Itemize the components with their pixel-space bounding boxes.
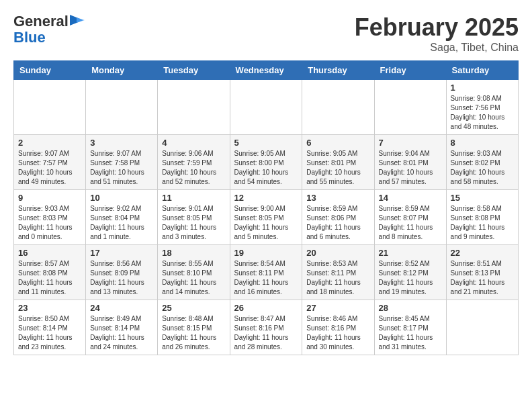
calendar-cell: 27Sunrise: 8:46 AM Sunset: 8:16 PM Dayli… (302, 300, 374, 355)
day-number: 12 (234, 193, 298, 203)
location: Saga, Tibet, China (355, 42, 519, 54)
calendar-cell: 26Sunrise: 8:47 AM Sunset: 8:16 PM Dayli… (230, 300, 302, 355)
day-info: Sunrise: 9:05 AM Sunset: 8:00 PM Dayligh… (234, 149, 298, 187)
calendar-cell: 3Sunrise: 9:07 AM Sunset: 7:58 PM Daylig… (86, 135, 158, 190)
calendar-header-monday: Monday (86, 61, 158, 80)
day-info: Sunrise: 8:48 AM Sunset: 8:15 PM Dayligh… (162, 314, 225, 352)
day-info: Sunrise: 9:04 AM Sunset: 8:01 PM Dayligh… (379, 149, 442, 187)
calendar-cell (158, 80, 230, 135)
day-info: Sunrise: 8:59 AM Sunset: 8:07 PM Dayligh… (379, 204, 442, 242)
calendar-cell: 23Sunrise: 8:50 AM Sunset: 8:14 PM Dayli… (14, 300, 86, 355)
day-info: Sunrise: 8:57 AM Sunset: 8:08 PM Dayligh… (18, 259, 81, 297)
calendar-cell: 5Sunrise: 9:05 AM Sunset: 8:00 PM Daylig… (230, 135, 302, 190)
logo-blue: Blue (13, 29, 46, 46)
day-number: 15 (451, 193, 514, 203)
calendar-header-sunday: Sunday (14, 61, 86, 80)
day-info: Sunrise: 8:59 AM Sunset: 8:06 PM Dayligh… (306, 204, 369, 242)
day-number: 7 (379, 138, 442, 148)
day-info: Sunrise: 8:52 AM Sunset: 8:12 PM Dayligh… (379, 259, 442, 297)
calendar-header-thursday: Thursday (302, 61, 374, 80)
calendar-header-saturday: Saturday (446, 61, 518, 80)
day-number: 24 (90, 303, 153, 313)
calendar-cell: 7Sunrise: 9:04 AM Sunset: 8:01 PM Daylig… (374, 135, 446, 190)
day-info: Sunrise: 9:05 AM Sunset: 8:01 PM Dayligh… (306, 149, 369, 187)
calendar-cell: 21Sunrise: 8:52 AM Sunset: 8:12 PM Dayli… (374, 245, 446, 300)
day-number: 18 (162, 248, 225, 258)
day-number: 14 (379, 193, 442, 203)
calendar-cell: 15Sunrise: 8:58 AM Sunset: 8:08 PM Dayli… (446, 190, 518, 245)
day-number: 26 (234, 303, 298, 313)
day-info: Sunrise: 9:06 AM Sunset: 7:59 PM Dayligh… (162, 149, 225, 187)
calendar-cell: 25Sunrise: 8:48 AM Sunset: 8:15 PM Dayli… (158, 300, 230, 355)
calendar-header-tuesday: Tuesday (158, 61, 230, 80)
calendar-cell: 1Sunrise: 9:08 AM Sunset: 7:56 PM Daylig… (446, 80, 518, 135)
day-info: Sunrise: 9:03 AM Sunset: 8:02 PM Dayligh… (451, 149, 514, 187)
calendar-week-row: 23Sunrise: 8:50 AM Sunset: 8:14 PM Dayli… (14, 300, 519, 355)
logo-flag-icon (70, 15, 86, 28)
calendar-cell: 11Sunrise: 9:01 AM Sunset: 8:05 PM Dayli… (158, 190, 230, 245)
day-info: Sunrise: 9:07 AM Sunset: 7:57 PM Dayligh… (18, 149, 81, 187)
day-info: Sunrise: 8:53 AM Sunset: 8:11 PM Dayligh… (306, 259, 369, 297)
day-number: 25 (162, 303, 225, 313)
day-info: Sunrise: 8:46 AM Sunset: 8:16 PM Dayligh… (306, 314, 369, 352)
calendar-cell: 24Sunrise: 8:49 AM Sunset: 8:14 PM Dayli… (86, 300, 158, 355)
day-info: Sunrise: 8:51 AM Sunset: 8:13 PM Dayligh… (451, 259, 514, 297)
day-number: 28 (379, 303, 442, 313)
calendar-header-wednesday: Wednesday (230, 61, 302, 80)
calendar-table: SundayMondayTuesdayWednesdayThursdayFrid… (13, 60, 519, 355)
day-number: 2 (18, 138, 81, 148)
day-number: 3 (90, 138, 153, 148)
calendar-cell: 18Sunrise: 8:55 AM Sunset: 8:10 PM Dayli… (158, 245, 230, 300)
calendar-cell: 6Sunrise: 9:05 AM Sunset: 8:01 PM Daylig… (302, 135, 374, 190)
day-number: 11 (162, 193, 225, 203)
day-number: 16 (18, 248, 81, 258)
calendar-week-row: 9Sunrise: 9:03 AM Sunset: 8:03 PM Daylig… (14, 190, 519, 245)
day-info: Sunrise: 8:58 AM Sunset: 8:08 PM Dayligh… (451, 204, 514, 242)
day-info: Sunrise: 8:56 AM Sunset: 8:09 PM Dayligh… (90, 259, 153, 297)
logo: General Blue (13, 13, 86, 46)
day-info: Sunrise: 9:00 AM Sunset: 8:05 PM Dayligh… (234, 204, 298, 242)
page-header: General Blue February 2025 Saga, Tibet, … (13, 13, 519, 54)
day-number: 19 (234, 248, 298, 258)
calendar-cell: 22Sunrise: 8:51 AM Sunset: 8:13 PM Dayli… (446, 245, 518, 300)
day-info: Sunrise: 8:45 AM Sunset: 8:17 PM Dayligh… (379, 314, 442, 352)
day-info: Sunrise: 9:08 AM Sunset: 7:56 PM Dayligh… (451, 94, 514, 132)
day-info: Sunrise: 8:55 AM Sunset: 8:10 PM Dayligh… (162, 259, 225, 297)
day-info: Sunrise: 9:02 AM Sunset: 8:04 PM Dayligh… (90, 204, 153, 242)
calendar-cell: 12Sunrise: 9:00 AM Sunset: 8:05 PM Dayli… (230, 190, 302, 245)
day-info: Sunrise: 8:49 AM Sunset: 8:14 PM Dayligh… (90, 314, 153, 352)
calendar-cell (374, 80, 446, 135)
calendar-cell: 4Sunrise: 9:06 AM Sunset: 7:59 PM Daylig… (158, 135, 230, 190)
day-number: 17 (90, 248, 153, 258)
calendar-cell: 2Sunrise: 9:07 AM Sunset: 7:57 PM Daylig… (14, 135, 86, 190)
day-number: 27 (306, 303, 369, 313)
calendar-week-row: 16Sunrise: 8:57 AM Sunset: 8:08 PM Dayli… (14, 245, 519, 300)
calendar-cell (446, 300, 518, 355)
calendar-cell: 13Sunrise: 8:59 AM Sunset: 8:06 PM Dayli… (302, 190, 374, 245)
title-block: February 2025 Saga, Tibet, China (355, 13, 519, 54)
day-number: 5 (234, 138, 298, 148)
day-number: 22 (451, 248, 514, 258)
day-info: Sunrise: 8:47 AM Sunset: 8:16 PM Dayligh… (234, 314, 298, 352)
calendar-header-row: SundayMondayTuesdayWednesdayThursdayFrid… (14, 61, 519, 80)
logo-general: General (13, 13, 69, 30)
day-number: 6 (306, 138, 369, 148)
day-number: 9 (18, 193, 81, 203)
day-info: Sunrise: 9:03 AM Sunset: 8:03 PM Dayligh… (18, 204, 81, 242)
svg-marker-1 (77, 17, 85, 23)
calendar-cell (230, 80, 302, 135)
calendar-cell: 17Sunrise: 8:56 AM Sunset: 8:09 PM Dayli… (86, 245, 158, 300)
calendar-cell: 28Sunrise: 8:45 AM Sunset: 8:17 PM Dayli… (374, 300, 446, 355)
calendar-cell: 16Sunrise: 8:57 AM Sunset: 8:08 PM Dayli… (14, 245, 86, 300)
day-info: Sunrise: 8:50 AM Sunset: 8:14 PM Dayligh… (18, 314, 81, 352)
calendar-cell: 9Sunrise: 9:03 AM Sunset: 8:03 PM Daylig… (14, 190, 86, 245)
day-number: 8 (451, 138, 514, 148)
day-info: Sunrise: 9:01 AM Sunset: 8:05 PM Dayligh… (162, 204, 225, 242)
day-number: 4 (162, 138, 225, 148)
day-number: 23 (18, 303, 81, 313)
calendar-cell (86, 80, 158, 135)
day-info: Sunrise: 9:07 AM Sunset: 7:58 PM Dayligh… (90, 149, 153, 187)
calendar-cell: 20Sunrise: 8:53 AM Sunset: 8:11 PM Dayli… (302, 245, 374, 300)
calendar-cell (14, 80, 86, 135)
day-info: Sunrise: 8:54 AM Sunset: 8:11 PM Dayligh… (234, 259, 298, 297)
